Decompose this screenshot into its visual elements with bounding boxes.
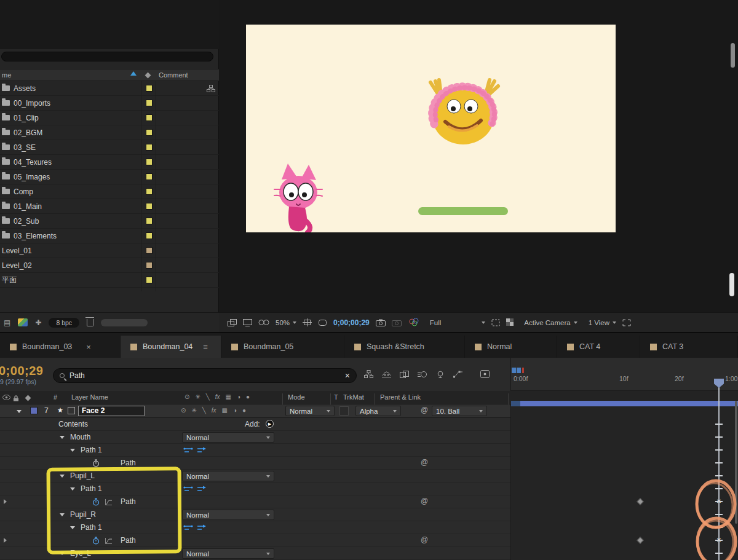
project-row[interactable]: 03_SE: [0, 140, 219, 155]
layer-in-segment[interactable]: [511, 401, 520, 406]
item-label[interactable]: Assets: [14, 84, 36, 93]
tab-boundman-04[interactable]: Boundman_04 ≡: [121, 336, 221, 358]
blend-mode-select[interactable]: Normal: [182, 471, 274, 481]
trkmat-select[interactable]: Alpha: [355, 406, 401, 416]
frame-blending-icon[interactable]: [400, 371, 409, 378]
twirl-open-icon[interactable]: [70, 487, 75, 491]
row-pupil-l[interactable]: Pupil_L Normal: [0, 470, 510, 483]
layers-icon[interactable]: [228, 319, 237, 326]
time-navigator-handle[interactable]: [517, 368, 521, 373]
timeline-search-field[interactable]: Path ×: [53, 368, 357, 383]
graph-editor-icon[interactable]: [453, 371, 463, 378]
collapse-transform-icon[interactable]: [68, 407, 75, 414]
fx-switch-icon[interactable]: ✳: [191, 407, 196, 414]
blend-mode-select[interactable]: Normal: [182, 432, 274, 443]
label-color-swatch[interactable]: [146, 247, 153, 254]
index-column-label[interactable]: #: [54, 393, 57, 401]
item-label[interactable]: Level_02: [2, 261, 32, 270]
grid-guides-icon[interactable]: [303, 318, 312, 326]
twirl-open-icon[interactable]: [60, 552, 65, 555]
item-label[interactable]: 03_Elements: [14, 232, 57, 240]
row-mouth-path1[interactable]: Path 1: [0, 444, 510, 457]
label-color-swatch[interactable]: [146, 218, 153, 224]
stopwatch-icon[interactable]: [92, 459, 100, 467]
twirl-open-icon[interactable]: [70, 526, 75, 529]
row-pupil-r-path1[interactable]: Path 1: [0, 521, 510, 534]
row-mouth[interactable]: Mouth Normal: [0, 431, 510, 444]
parent-link-column-label[interactable]: Parent & Link: [380, 393, 421, 401]
twirl-closed-icon[interactable]: [4, 538, 7, 543]
item-label[interactable]: 03_SE: [14, 143, 36, 152]
label-color-swatch[interactable]: [146, 144, 153, 151]
timeline-scrollbar[interactable]: [735, 401, 737, 524]
interpret-footage-icon[interactable]: [18, 318, 28, 326]
group-label[interactable]: Contents: [58, 420, 88, 428]
layer-name-column-label[interactable]: Layer Name: [71, 393, 108, 401]
label-color-swatch[interactable]: [146, 188, 153, 195]
row-pupil-l-path-property[interactable]: Path @: [0, 495, 510, 508]
comment-column-label[interactable]: Comment: [159, 71, 188, 79]
path-out-icon[interactable]: [197, 486, 207, 492]
mask-switch-icon[interactable]: ╲: [202, 407, 206, 414]
group-label[interactable]: Eye_L: [70, 549, 91, 558]
project-row[interactable]: 02_BGM: [0, 125, 219, 140]
blend-mode-select[interactable]: Normal: [285, 406, 335, 416]
trash-icon[interactable]: [87, 319, 93, 326]
toggle-full-screen-icon[interactable]: [622, 319, 631, 326]
item-label[interactable]: Level_01: [2, 246, 32, 255]
path-in-icon[interactable]: [183, 447, 193, 454]
property-pickwhip-icon[interactable]: @: [421, 535, 428, 544]
project-row[interactable]: 01_Clip: [0, 111, 219, 125]
twirl-open-icon[interactable]: [60, 436, 65, 439]
layer-color-chip[interactable]: [30, 407, 38, 414]
t-column-label[interactable]: T: [334, 393, 338, 401]
project-column-header[interactable]: me Comment: [0, 69, 219, 81]
group-label[interactable]: Pupil_L: [70, 471, 95, 480]
project-row[interactable]: 平面: [0, 273, 219, 288]
fx-label-2[interactable]: fx: [212, 407, 216, 414]
search-value[interactable]: Path: [69, 371, 85, 380]
item-label[interactable]: 平面: [2, 275, 17, 285]
project-row[interactable]: Comp: [0, 184, 219, 199]
tab-boundman-05[interactable]: Boundman_05: [221, 336, 344, 358]
group-label[interactable]: Path 1: [81, 523, 102, 532]
viewer-scrollbar[interactable]: [729, 273, 734, 296]
group-label[interactable]: Pupil_R: [70, 510, 96, 519]
blend-mode-select[interactable]: Normal: [182, 548, 274, 559]
label-color-swatch[interactable]: [146, 277, 153, 283]
label-column-icon[interactable]: [25, 395, 31, 401]
mode-column-label[interactable]: Mode: [288, 393, 305, 401]
av-switch-icon[interactable]: ⊙: [181, 407, 186, 414]
show-channel-icon[interactable]: [408, 318, 420, 326]
view-options-goggles-icon[interactable]: [258, 319, 269, 326]
comp-marker-icon[interactable]: [480, 370, 490, 378]
row-pupil-r-path-property[interactable]: Path @: [0, 534, 510, 547]
label-color-swatch[interactable]: [146, 100, 153, 106]
item-label[interactable]: 02_BGM: [14, 128, 42, 137]
trkmat-column-label[interactable]: TrkMat: [343, 393, 364, 401]
time-ruler[interactable]: 0:00f 10f 20f 1:00f: [510, 358, 738, 391]
monitor-icon[interactable]: [243, 319, 252, 326]
shy-layers-icon[interactable]: [382, 371, 391, 378]
group-label[interactable]: Mouth: [70, 433, 90, 441]
path-out-icon[interactable]: [197, 524, 207, 531]
composition-canvas[interactable]: [246, 25, 616, 232]
path-in-icon[interactable]: [183, 486, 193, 492]
layer-switches[interactable]: ⊙✳╲fx▦◑●: [181, 407, 246, 414]
clear-search-icon[interactable]: ×: [345, 371, 350, 381]
bit-depth-button[interactable]: 8 bpc: [49, 318, 79, 328]
row-pupil-l-path1[interactable]: Path 1: [0, 483, 510, 495]
property-pickwhip-icon[interactable]: @: [421, 458, 428, 467]
composition-marker[interactable]: [522, 368, 524, 373]
item-label[interactable]: 04_Texures: [14, 158, 52, 167]
current-time-indicator-line[interactable]: [718, 387, 720, 560]
row-contents[interactable]: Contents Add: ▶: [0, 418, 510, 431]
project-row[interactable]: Level_02: [0, 258, 219, 273]
path-out-icon[interactable]: [197, 447, 207, 454]
project-row[interactable]: Level_01: [0, 243, 219, 258]
tab-label[interactable]: CAT 3: [662, 342, 683, 351]
close-icon[interactable]: ×: [86, 342, 91, 352]
tab-label[interactable]: Boundman_04: [143, 342, 192, 351]
group-label[interactable]: Path 1: [81, 484, 102, 493]
property-label[interactable]: Path: [121, 497, 136, 506]
